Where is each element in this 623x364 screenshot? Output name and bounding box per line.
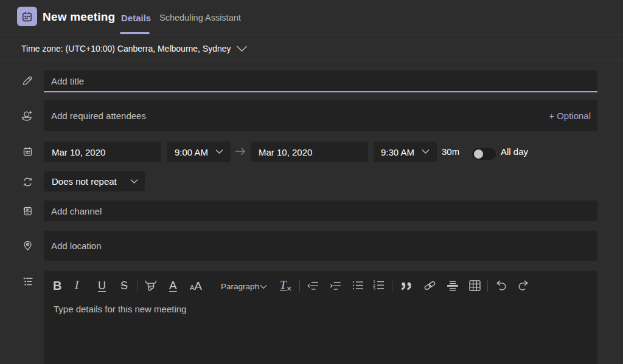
svg-text:3: 3: [373, 287, 375, 290]
